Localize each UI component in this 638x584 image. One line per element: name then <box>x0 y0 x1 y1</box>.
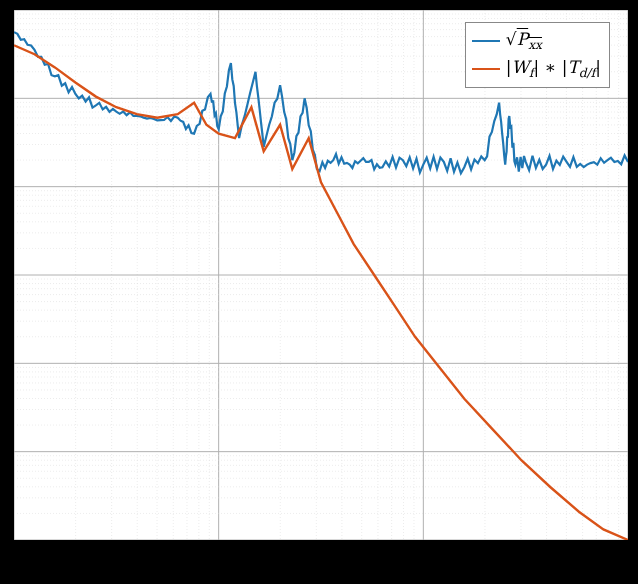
legend-swatch-blue <box>472 40 500 42</box>
plot-svg <box>14 10 628 540</box>
legend-row-1: √Pxx <box>472 27 601 55</box>
legend-row-2: |Wf| ∗ |Td/f| <box>472 55 601 83</box>
legend-label-2: |Wf| ∗ |Td/f| <box>506 55 601 83</box>
legend-label-1: √Pxx <box>506 27 542 55</box>
legend-swatch-orange <box>472 68 500 70</box>
series-Wf-Tdf <box>14 45 628 540</box>
plot-area: √Pxx |Wf| ∗ |Td/f| <box>12 8 630 542</box>
legend: √Pxx |Wf| ∗ |Td/f| <box>465 22 610 88</box>
